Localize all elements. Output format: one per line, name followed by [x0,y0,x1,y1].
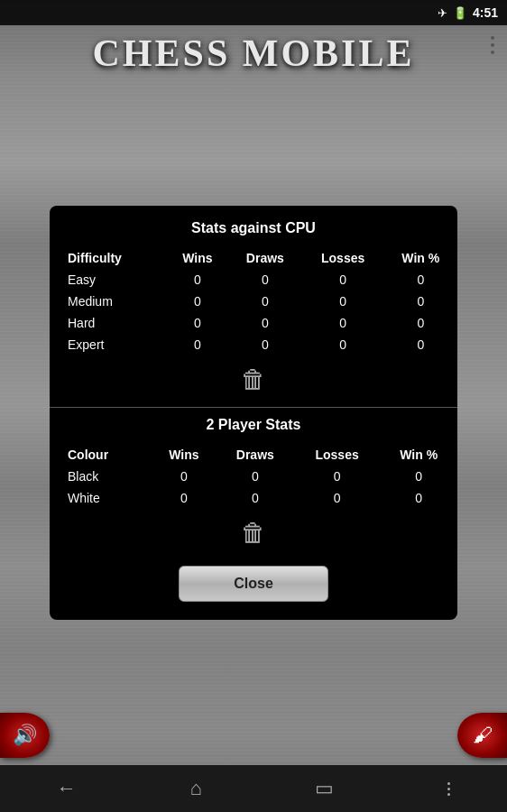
table-cell: Black [50,466,152,487]
cpu-stats-table: Difficulty Wins Draws Losses Win % Easy0… [50,247,457,355]
app-title: Chess Mobile [0,32,507,75]
table-cell: 0 [380,466,457,487]
table-row: White0000 [50,487,457,509]
nav-back-icon[interactable]: ← [57,777,77,800]
player-stats-table: Colour Wins Draws Losses Win % Black0000… [50,444,457,509]
player-stats-title: 2 Player Stats [50,417,457,433]
sound-button[interactable]: 🔊 [0,713,50,758]
airplane-icon: ✈ [438,6,447,20]
table-cell: 0 [228,312,302,334]
table-row: Black0000 [50,466,457,487]
table-cell: 0 [167,269,228,291]
brush-icon: 🖌 [473,724,493,747]
nav-home-icon[interactable]: ⌂ [190,777,202,800]
cpu-stats-title: Stats against CPU [50,220,457,236]
cpu-trash-container[interactable]: 🗑 [50,355,457,403]
player-table-header-row: Colour Wins Draws Losses Win % [50,444,457,466]
table-cell: Medium [50,291,167,312]
player-col-colour: Colour [50,444,152,466]
table-cell: 0 [294,487,381,509]
brush-button[interactable]: 🖌 [457,713,507,758]
table-cell: 0 [384,291,457,312]
nav-more-icon[interactable] [447,782,450,796]
table-cell: 0 [294,466,381,487]
table-cell: 0 [302,269,384,291]
section-divider [50,407,457,408]
cpu-col-losses: Losses [302,247,384,269]
status-time: 4:51 [473,5,498,20]
menu-dot-3 [491,51,494,54]
table-cell: 0 [302,312,384,334]
sound-button-oval[interactable]: 🔊 [0,713,50,758]
table-cell: Hard [50,312,167,334]
menu-dot-2 [491,43,494,47]
player-table-body: Black0000White0000 [50,466,457,509]
table-cell: 0 [384,312,457,334]
table-cell: 0 [152,466,217,487]
table-row: Hard0000 [50,312,457,334]
table-cell: 0 [384,269,457,291]
sound-icon: 🔊 [13,724,37,747]
table-cell: 0 [217,466,294,487]
table-cell: White [50,487,152,509]
table-cell: 0 [384,334,457,355]
cpu-col-wins: Wins [167,247,228,269]
table-cell: 0 [228,334,302,355]
player-col-winpct: Win % [380,444,457,466]
table-cell: Easy [50,269,167,291]
battery-icon: 🔋 [453,6,467,20]
table-cell: 0 [302,334,384,355]
player-trash-container[interactable]: 🗑 [50,509,457,557]
table-cell: 0 [167,312,228,334]
cpu-col-draws: Draws [228,247,302,269]
player-col-draws: Draws [217,444,294,466]
table-cell: 0 [228,291,302,312]
table-cell: 0 [228,269,302,291]
cpu-table-body: Easy0000Medium0000Hard0000Expert0000 [50,269,457,355]
cpu-col-winpct: Win % [384,247,457,269]
cpu-table-header-row: Difficulty Wins Draws Losses Win % [50,247,457,269]
table-cell: 0 [167,334,228,355]
status-bar: ✈ 🔋 4:51 [0,0,507,25]
brush-button-oval[interactable]: 🖌 [457,713,507,758]
table-cell: 0 [380,487,457,509]
table-cell: 0 [302,291,384,312]
nav-bar: ← ⌂ ▭ [0,765,507,812]
table-row: Medium0000 [50,291,457,312]
stats-modal: Stats against CPU Difficulty Wins Draws … [50,206,457,620]
menu-dot-1 [491,36,494,40]
cpu-trash-icon[interactable]: 🗑 [241,364,266,394]
player-col-wins: Wins [152,444,217,466]
table-cell: Expert [50,334,167,355]
table-row: Expert0000 [50,334,457,355]
close-button[interactable]: Close [179,566,328,602]
table-row: Easy0000 [50,269,457,291]
table-cell: 0 [152,487,217,509]
player-trash-icon[interactable]: 🗑 [241,518,266,548]
player-col-losses: Losses [294,444,381,466]
menu-dots[interactable] [491,36,494,54]
close-button-container: Close [50,557,457,605]
nav-recent-icon[interactable]: ▭ [315,777,334,800]
cpu-col-difficulty: Difficulty [50,247,167,269]
table-cell: 0 [217,487,294,509]
table-cell: 0 [167,291,228,312]
